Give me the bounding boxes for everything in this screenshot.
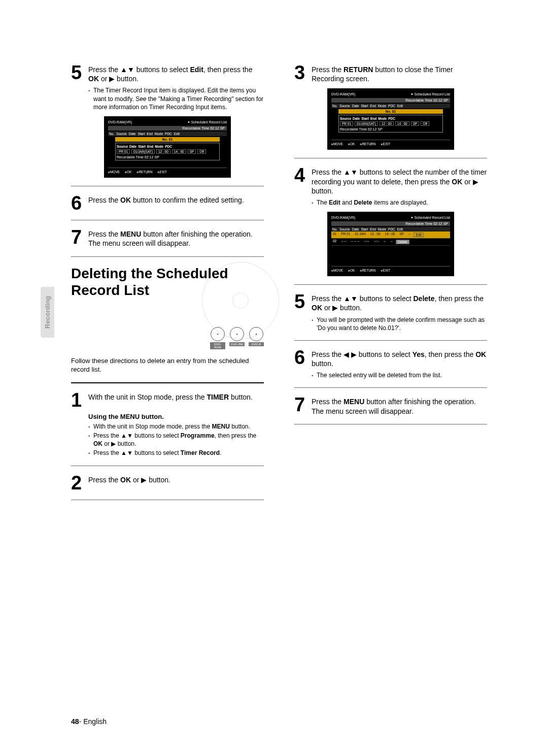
step-3: 3 Press the RETURN button to close the T… <box>294 64 487 83</box>
step-2: 2 Press the OK or ▶ button. <box>71 474 264 491</box>
page-footer: 48- English <box>71 717 107 726</box>
disc-type-icons: DVD-RAM DVD-RW DVD-R <box>71 327 264 349</box>
section-heading: Deleting the Scheduled Record List <box>71 265 264 321</box>
step-6: 6 Press the OK button to confirm the edi… <box>71 194 264 212</box>
step-1: 1 With the unit in Stop mode, press the … <box>71 391 264 409</box>
osd-screenshot-3: DVD-RAM(VR)✦ Scheduled Record List Recor… <box>327 212 454 276</box>
left-column: 5 Press the ▲▼ buttons to select Edit, t… <box>71 61 264 508</box>
disc-icon-r: DVD-R <box>249 327 264 349</box>
osd-screenshot-1: DVD-RAM(VR)✦ Scheduled Record List Recor… <box>104 116 231 178</box>
disc-icon-ram: DVD-RAM <box>210 327 225 349</box>
heading-title: Deleting the Scheduled Record List <box>71 265 264 299</box>
step6r-bullets: The selected entry will be deleted from … <box>294 371 487 379</box>
disc-icon-rw: DVD-RW <box>229 327 245 349</box>
page-number: 48 <box>71 717 79 726</box>
step5-bullets: The Timer Record Input item is displayed… <box>71 86 264 111</box>
intro-text: Follow these directions to delete an ent… <box>71 356 264 374</box>
step4-bullets: The Edit and Delete items are displayed. <box>294 199 487 207</box>
step-5: 5 Press the ▲▼ buttons to select Edit, t… <box>71 64 264 83</box>
step-6r: 6 Press the ◀ ▶ buttons to select Yes, t… <box>294 349 487 368</box>
step5r-bullets: You will be prompted with the delete con… <box>294 316 487 332</box>
step-7: 7 Press the MENU button after finishing … <box>71 228 264 248</box>
section-tab: Recording <box>41 287 54 338</box>
menu-bullets: With the unit in Stop mode mode, press t… <box>71 422 264 457</box>
step-4: 4 Press the ▲▼ buttons to select the num… <box>294 167 487 195</box>
step-5r: 5 Press the ▲▼ buttons to select Delete,… <box>294 293 487 312</box>
step-number: 5 <box>71 64 84 81</box>
step-7r: 7 Press the MENU button after finishing … <box>294 396 487 415</box>
page-language: - English <box>79 717 107 726</box>
right-column: 3 Press the RETURN button to close the T… <box>294 61 487 508</box>
osd-screenshot-2: DVD-RAM(VR)✦ Scheduled Record List Recor… <box>327 88 454 150</box>
menu-subhead: Using the MENU button. <box>88 413 264 420</box>
